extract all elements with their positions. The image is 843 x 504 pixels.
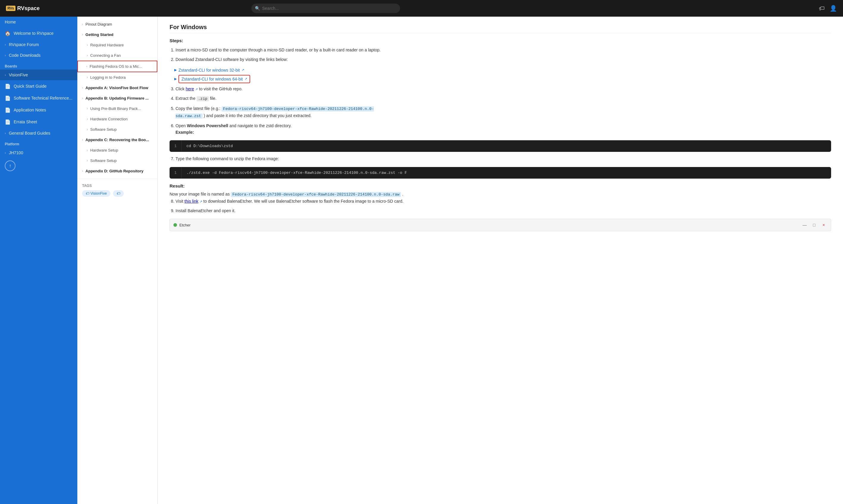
chev-icon: ▶ (174, 68, 177, 72)
link-item-2: ▶ Zstandard-CLI for windows 64-bit ↗ (174, 75, 831, 83)
step-2: Download Zstandard-CLI software by visit… (175, 56, 831, 63)
doc-icon: 📄 (5, 95, 11, 101)
sidebar-item-code-downloads[interactable]: › Code Downloads (0, 50, 78, 60)
mid-item-label: Software Setup (90, 158, 117, 163)
mid-item-label: Pinout Diagram (85, 22, 112, 26)
mid-item-label: Using Pre-Built Binary Pack... (90, 106, 141, 111)
mid-item-software-setup-1[interactable]: › Software Setup (78, 124, 157, 134)
line-number-2: 1 (170, 167, 182, 179)
doc-icon: 📄 (5, 119, 11, 125)
chev-icon: ▶ (174, 77, 177, 81)
mid-item-label: Logging in to Fedora (90, 75, 125, 79)
chevron-icon: › (87, 149, 88, 152)
sidebar-item-label: Quick Start Guide (14, 84, 47, 89)
etcher-window-actions: — □ × (801, 221, 827, 229)
step-1: Insert a micro-SD card to the computer t… (175, 47, 831, 53)
sidebar-item-label: Welcome to RVspace (14, 31, 54, 36)
ext-icon-2: ↗ (200, 200, 202, 203)
chevron-icon: › (87, 159, 88, 162)
sidebar-item-general-board[interactable]: › General Board Guides (0, 128, 78, 139)
mid-item-label: Connecting a Fan (90, 53, 121, 58)
line-number: 1 (170, 140, 182, 152)
sidebar-item-software-tech[interactable]: 📄 Software Technical Reference... (0, 92, 78, 104)
tags-label: TAGS (82, 184, 153, 188)
mid-section-appendix-a[interactable]: › Appendix A: VisionFive Boot Flow (78, 83, 157, 93)
mid-item-hardware-connection[interactable]: › Hardware Connection (78, 114, 157, 124)
etcher-status-dot (173, 223, 177, 227)
link-zstd-32[interactable]: Zstandard-CLI for windows 32-bit (178, 68, 240, 73)
here-link[interactable]: here (186, 87, 194, 91)
search-bar: 🔍 (251, 3, 400, 13)
user-icon[interactable]: 👤 (830, 5, 837, 12)
mid-item-label: Software Setup (90, 127, 117, 132)
sidebar-item-label: Errata Sheet (14, 120, 37, 124)
sidebar-item-label: Application Notes (14, 108, 46, 112)
sidebar-item-label: General Board Guides (9, 131, 50, 136)
sidebar-home[interactable]: Home (0, 17, 78, 27)
close-button[interactable]: × (820, 221, 827, 229)
sidebar-item-label: JH7100 (9, 150, 23, 155)
code-content-1: cd D:\Downloads\zstd (182, 140, 238, 152)
topnav: RVs RVspace 🔍 🏷 👤 (0, 0, 843, 17)
external-link-icon: ↗ (244, 77, 247, 81)
mid-section-label: Getting Started (85, 32, 113, 37)
chevron-icon: › (86, 65, 87, 68)
search-icon: 🔍 (255, 6, 260, 11)
sidebar-item-welcome[interactable]: 🏠 Welcome to RVspace (0, 27, 78, 39)
search-input[interactable] (251, 3, 400, 13)
tag-2[interactable]: 🏷 (113, 190, 124, 197)
mid-section-appendix-c[interactable]: › Appendix C: Recovering the Boo... (78, 134, 157, 145)
step-7: Type the following command to unzip the … (175, 156, 831, 162)
result-text: Now your image file is named as Fedora-r… (170, 191, 831, 198)
steps-list-8: Visit this link ↗ to download BalenaEtch… (170, 198, 831, 214)
mid-item-logging-in[interactable]: › Logging in to Fedora (78, 72, 157, 83)
chevron-icon: › (82, 33, 83, 36)
mid-section-appendix-d[interactable]: › Appendix D: GitHub Repository (78, 166, 157, 176)
mid-item-flashing-fedora[interactable]: › Flashing Fedora OS to a Mic... (78, 60, 157, 72)
steps-label: Steps: (170, 38, 831, 43)
sidebar-item-errata[interactable]: 📄 Errata Sheet (0, 116, 78, 128)
mid-item-connecting-fan[interactable]: › Connecting a Fan (78, 50, 157, 60)
chevron-icon: › (87, 128, 88, 131)
this-link[interactable]: this link (185, 199, 199, 203)
step-4: Extract the .zip file. (175, 95, 831, 102)
mid-item-label: Hardware Setup (90, 148, 118, 152)
section-title: For Windows (170, 24, 831, 33)
mid-item-required-hardware[interactable]: › Required Hardware (78, 40, 157, 50)
scroll-up-button[interactable]: ↑ (5, 160, 16, 171)
sidebar-item-forum[interactable]: › RVspace Forum (0, 39, 78, 50)
code-content-2: ./zstd.exe -d Fedora-riscv64-jh7100-deve… (182, 167, 412, 179)
link-item-1: ▶ Zstandard-CLI for windows 32-bit ↗ (174, 68, 831, 73)
step-3: Click here ↗ to visit the GitHub repo. (175, 86, 831, 92)
sidebar-item-label: RVspace Forum (9, 42, 39, 47)
sidebar-item-app-notes[interactable]: 📄 Application Notes (0, 104, 78, 116)
result-label: Result: (170, 183, 831, 188)
mid-section-label: Appendix B: Updating Firmware ... (85, 96, 149, 101)
sidebar-item-jh7100[interactable]: › JH7100 (0, 147, 78, 158)
tag-visionfive[interactable]: 🏷 VisionFive (82, 190, 110, 197)
nav-icons: 🏷 👤 (819, 5, 837, 12)
mid-item-using-prebuilt[interactable]: › Using Pre-Built Binary Pack... (78, 103, 157, 114)
mid-section-appendix-b[interactable]: › Appendix B: Updating Firmware ... (78, 93, 157, 103)
mid-section-label: Appendix A: VisionFive Boot Flow (85, 86, 148, 90)
etcher-label: Etcher (179, 223, 191, 227)
mid-section-getting-started[interactable]: › Getting Started (78, 30, 157, 40)
mid-item-pinout[interactable]: › Pinout Diagram (78, 19, 157, 30)
chevron-icon: › (82, 22, 83, 26)
tags-section: TAGS 🏷 VisionFive 🏷 (78, 179, 157, 201)
tag-icon[interactable]: 🏷 (819, 5, 825, 12)
sidebar-item-label: Software Technical Reference... (14, 96, 72, 101)
logo: RVs RVspace (6, 5, 39, 12)
mid-item-hardware-setup[interactable]: › Hardware Setup (78, 145, 157, 156)
sidebar-item-label: VisionFive (9, 73, 28, 77)
mid-item-software-setup-2[interactable]: › Software Setup (78, 156, 157, 166)
sidebar-item-quick-start[interactable]: 📄 Quick Start Guide (0, 80, 78, 92)
chevron-icon: › (82, 96, 83, 100)
minimize-button[interactable]: — (801, 221, 808, 229)
result-text-pre: Now your image file is named as (170, 192, 231, 196)
sidebar-item-visionfive[interactable]: › VisionFive (0, 70, 78, 80)
restore-button[interactable]: □ (811, 221, 818, 229)
link-zstd-64[interactable]: Zstandard-CLI for windows 64-bit (182, 77, 243, 82)
ext-icon: ↗ (195, 87, 198, 91)
link-highlight-box: Zstandard-CLI for windows 64-bit ↗ (178, 75, 250, 83)
